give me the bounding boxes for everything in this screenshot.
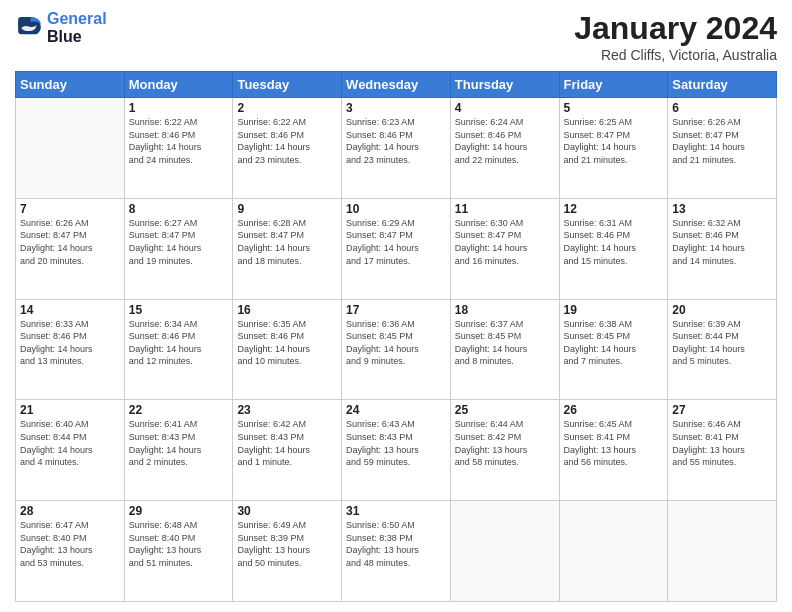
calendar-cell: 22Sunrise: 6:41 AM Sunset: 8:43 PM Dayli… [124,400,233,501]
weekday-header-saturday: Saturday [668,72,777,98]
calendar-cell: 4Sunrise: 6:24 AM Sunset: 8:46 PM Daylig… [450,98,559,199]
day-info: Sunrise: 6:45 AM Sunset: 8:41 PM Dayligh… [564,418,664,468]
calendar-cell: 17Sunrise: 6:36 AM Sunset: 8:45 PM Dayli… [342,299,451,400]
month-title: January 2024 [574,10,777,47]
day-number: 3 [346,101,446,115]
day-info: Sunrise: 6:24 AM Sunset: 8:46 PM Dayligh… [455,116,555,166]
day-info: Sunrise: 6:22 AM Sunset: 8:46 PM Dayligh… [237,116,337,166]
day-info: Sunrise: 6:39 AM Sunset: 8:44 PM Dayligh… [672,318,772,368]
day-info: Sunrise: 6:47 AM Sunset: 8:40 PM Dayligh… [20,519,120,569]
day-number: 26 [564,403,664,417]
calendar-cell: 3Sunrise: 6:23 AM Sunset: 8:46 PM Daylig… [342,98,451,199]
day-number: 13 [672,202,772,216]
calendar-cell: 5Sunrise: 6:25 AM Sunset: 8:47 PM Daylig… [559,98,668,199]
day-info: Sunrise: 6:23 AM Sunset: 8:46 PM Dayligh… [346,116,446,166]
calendar-table: SundayMondayTuesdayWednesdayThursdayFrid… [15,71,777,602]
day-number: 15 [129,303,229,317]
location: Red Cliffs, Victoria, Australia [574,47,777,63]
week-row-3: 21Sunrise: 6:40 AM Sunset: 8:44 PM Dayli… [16,400,777,501]
calendar-cell [559,501,668,602]
day-info: Sunrise: 6:42 AM Sunset: 8:43 PM Dayligh… [237,418,337,468]
day-info: Sunrise: 6:33 AM Sunset: 8:46 PM Dayligh… [20,318,120,368]
calendar-cell: 11Sunrise: 6:30 AM Sunset: 8:47 PM Dayli… [450,198,559,299]
day-info: Sunrise: 6:26 AM Sunset: 8:47 PM Dayligh… [20,217,120,267]
title-block: January 2024 Red Cliffs, Victoria, Austr… [574,10,777,63]
day-number: 1 [129,101,229,115]
calendar-cell: 30Sunrise: 6:49 AM Sunset: 8:39 PM Dayli… [233,501,342,602]
calendar-cell: 23Sunrise: 6:42 AM Sunset: 8:43 PM Dayli… [233,400,342,501]
calendar-cell: 27Sunrise: 6:46 AM Sunset: 8:41 PM Dayli… [668,400,777,501]
day-number: 30 [237,504,337,518]
day-number: 4 [455,101,555,115]
day-info: Sunrise: 6:36 AM Sunset: 8:45 PM Dayligh… [346,318,446,368]
calendar-cell: 28Sunrise: 6:47 AM Sunset: 8:40 PM Dayli… [16,501,125,602]
day-number: 5 [564,101,664,115]
week-row-2: 14Sunrise: 6:33 AM Sunset: 8:46 PM Dayli… [16,299,777,400]
day-info: Sunrise: 6:22 AM Sunset: 8:46 PM Dayligh… [129,116,229,166]
calendar-cell: 1Sunrise: 6:22 AM Sunset: 8:46 PM Daylig… [124,98,233,199]
day-number: 14 [20,303,120,317]
day-number: 22 [129,403,229,417]
calendar-cell: 31Sunrise: 6:50 AM Sunset: 8:38 PM Dayli… [342,501,451,602]
calendar-cell: 18Sunrise: 6:37 AM Sunset: 8:45 PM Dayli… [450,299,559,400]
day-info: Sunrise: 6:32 AM Sunset: 8:46 PM Dayligh… [672,217,772,267]
weekday-header-friday: Friday [559,72,668,98]
calendar-cell [668,501,777,602]
day-number: 9 [237,202,337,216]
calendar-cell: 21Sunrise: 6:40 AM Sunset: 8:44 PM Dayli… [16,400,125,501]
calendar-cell: 6Sunrise: 6:26 AM Sunset: 8:47 PM Daylig… [668,98,777,199]
calendar-cell: 20Sunrise: 6:39 AM Sunset: 8:44 PM Dayli… [668,299,777,400]
day-number: 23 [237,403,337,417]
day-number: 7 [20,202,120,216]
calendar-cell: 25Sunrise: 6:44 AM Sunset: 8:42 PM Dayli… [450,400,559,501]
calendar-cell: 8Sunrise: 6:27 AM Sunset: 8:47 PM Daylig… [124,198,233,299]
calendar-cell [16,98,125,199]
calendar-cell: 19Sunrise: 6:38 AM Sunset: 8:45 PM Dayli… [559,299,668,400]
day-number: 6 [672,101,772,115]
day-number: 2 [237,101,337,115]
calendar-cell: 13Sunrise: 6:32 AM Sunset: 8:46 PM Dayli… [668,198,777,299]
day-info: Sunrise: 6:29 AM Sunset: 8:47 PM Dayligh… [346,217,446,267]
day-info: Sunrise: 6:40 AM Sunset: 8:44 PM Dayligh… [20,418,120,468]
day-info: Sunrise: 6:43 AM Sunset: 8:43 PM Dayligh… [346,418,446,468]
calendar-cell [450,501,559,602]
calendar-cell: 2Sunrise: 6:22 AM Sunset: 8:46 PM Daylig… [233,98,342,199]
day-info: Sunrise: 6:28 AM Sunset: 8:47 PM Dayligh… [237,217,337,267]
day-number: 8 [129,202,229,216]
day-info: Sunrise: 6:50 AM Sunset: 8:38 PM Dayligh… [346,519,446,569]
day-info: Sunrise: 6:35 AM Sunset: 8:46 PM Dayligh… [237,318,337,368]
calendar-cell: 26Sunrise: 6:45 AM Sunset: 8:41 PM Dayli… [559,400,668,501]
weekday-header-wednesday: Wednesday [342,72,451,98]
day-info: Sunrise: 6:30 AM Sunset: 8:47 PM Dayligh… [455,217,555,267]
weekday-header-monday: Monday [124,72,233,98]
day-number: 24 [346,403,446,417]
day-number: 18 [455,303,555,317]
day-number: 20 [672,303,772,317]
day-info: Sunrise: 6:26 AM Sunset: 8:47 PM Dayligh… [672,116,772,166]
calendar-cell: 7Sunrise: 6:26 AM Sunset: 8:47 PM Daylig… [16,198,125,299]
calendar-cell: 24Sunrise: 6:43 AM Sunset: 8:43 PM Dayli… [342,400,451,501]
day-info: Sunrise: 6:31 AM Sunset: 8:46 PM Dayligh… [564,217,664,267]
day-number: 29 [129,504,229,518]
week-row-4: 28Sunrise: 6:47 AM Sunset: 8:40 PM Dayli… [16,501,777,602]
day-number: 25 [455,403,555,417]
day-info: Sunrise: 6:38 AM Sunset: 8:45 PM Dayligh… [564,318,664,368]
logo-text: General Blue [47,10,107,45]
week-row-0: 1Sunrise: 6:22 AM Sunset: 8:46 PM Daylig… [16,98,777,199]
header: General Blue January 2024 Red Cliffs, Vi… [15,10,777,63]
day-info: Sunrise: 6:48 AM Sunset: 8:40 PM Dayligh… [129,519,229,569]
day-info: Sunrise: 6:46 AM Sunset: 8:41 PM Dayligh… [672,418,772,468]
day-number: 16 [237,303,337,317]
calendar-cell: 10Sunrise: 6:29 AM Sunset: 8:47 PM Dayli… [342,198,451,299]
week-row-1: 7Sunrise: 6:26 AM Sunset: 8:47 PM Daylig… [16,198,777,299]
day-info: Sunrise: 6:37 AM Sunset: 8:45 PM Dayligh… [455,318,555,368]
calendar-cell: 9Sunrise: 6:28 AM Sunset: 8:47 PM Daylig… [233,198,342,299]
weekday-header-sunday: Sunday [16,72,125,98]
calendar-cell: 14Sunrise: 6:33 AM Sunset: 8:46 PM Dayli… [16,299,125,400]
day-number: 31 [346,504,446,518]
page: General Blue January 2024 Red Cliffs, Vi… [0,0,792,612]
day-number: 10 [346,202,446,216]
day-info: Sunrise: 6:34 AM Sunset: 8:46 PM Dayligh… [129,318,229,368]
day-number: 12 [564,202,664,216]
calendar-cell: 29Sunrise: 6:48 AM Sunset: 8:40 PM Dayli… [124,501,233,602]
